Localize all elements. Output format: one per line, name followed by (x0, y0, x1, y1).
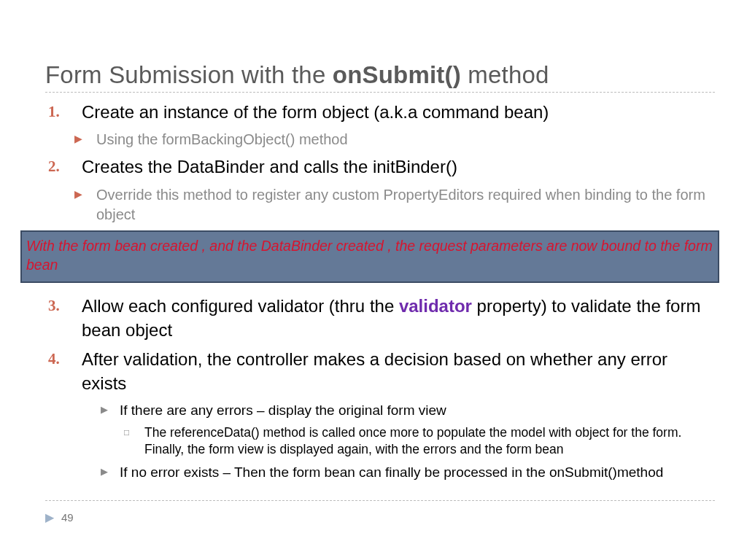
page-footer: ▶ 49 (45, 510, 74, 524)
list-item-1: 1. Create an instance of the form object… (45, 101, 715, 124)
list-subitem-text: Using the formBackingObject() method (96, 130, 348, 149)
callout-text: With the form bean created , and the Dat… (26, 236, 713, 275)
list-subitem-2: ▶ If no error exists – Then the form bea… (101, 463, 715, 482)
list-number: 1. (45, 101, 82, 124)
bullet-arrow-icon: ▶ (101, 463, 120, 482)
text-pre: Allow each configured validator (thru th… (82, 296, 399, 316)
list-item-text: Creates the DataBinder and calls the ini… (82, 155, 457, 179)
list-item-2: 2. Creates the DataBinder and calls the … (45, 155, 715, 179)
list-item-text: Create an instance of the form object (a… (82, 101, 549, 124)
title-underline (45, 92, 715, 93)
list-item-3: 3. Allow each configured validator (thru… (45, 295, 715, 342)
title-bold: onSubmit() (333, 61, 461, 88)
list-subitem: ▶ Override this method to register any c… (74, 185, 715, 225)
list-number: 4. (45, 348, 82, 395)
list-number: 3. (45, 295, 82, 342)
list-subsubitem: □ The referenceData() method is called o… (124, 424, 715, 459)
bullet-square-icon: □ (124, 424, 144, 459)
list-subitem: ▶ Using the formBackingObject() method (74, 130, 715, 149)
bullet-arrow-icon: ▶ (74, 130, 96, 149)
list-item-text: After validation, the controller makes a… (82, 348, 715, 395)
list-item-text: Allow each configured validator (thru th… (82, 295, 715, 342)
bullet-arrow-icon: ▶ (74, 185, 96, 225)
list-number: 2. (45, 155, 82, 179)
list-subitem-2: ▶ If there are any errors – display the … (101, 401, 715, 420)
list-subitem-text: Override this method to register any cus… (96, 185, 715, 225)
slide: Form Submission with the onSubmit() meth… (0, 0, 747, 560)
list-subsubitem-text: The referenceData() method is called onc… (144, 424, 715, 459)
callout-box: With the form bean created , and the Dat… (20, 230, 719, 284)
list-subitem-text: If no error exists – Then the form bean … (120, 463, 663, 482)
slide-title: Form Submission with the onSubmit() meth… (45, 61, 715, 89)
title-suffix: method (461, 61, 549, 88)
emphasized-word: validator (399, 296, 472, 316)
page-number: 49 (61, 511, 74, 524)
title-prefix: Form Submission with the (45, 61, 333, 88)
list-subitem-text: If there are any errors – display the or… (120, 401, 446, 420)
footer-arrow-icon: ▶ (45, 510, 54, 524)
content-area: 1. Create an instance of the form object… (45, 101, 715, 486)
list-item-4: 4. After validation, the controller make… (45, 348, 715, 395)
footer-line (45, 500, 715, 501)
bullet-arrow-icon: ▶ (101, 401, 120, 420)
